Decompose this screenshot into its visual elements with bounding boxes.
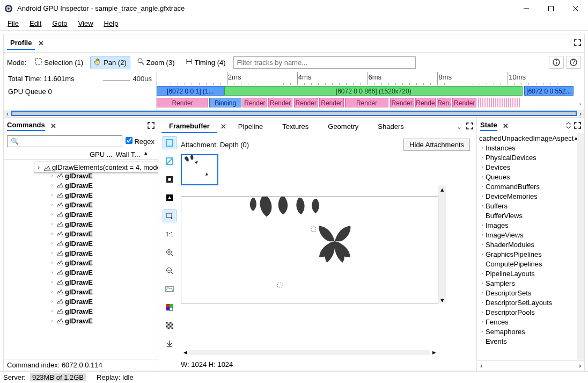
menu-edit[interactable]: Edit xyxy=(25,18,46,28)
scroll-right-icon[interactable]: › xyxy=(577,110,584,118)
state-item[interactable]: ›Devices xyxy=(477,162,577,172)
minimize-button[interactable] xyxy=(514,0,539,17)
timeline-ruler[interactable]: 2ms4ms6ms8ms10ms xyxy=(157,72,578,85)
state-item[interactable]: ›Samplers xyxy=(477,278,577,288)
scroll-left-icon[interactable]: ‹ xyxy=(4,110,11,118)
command-row[interactable]: ›glDrawE xyxy=(4,229,158,239)
timeline-block[interactable]: Render xyxy=(415,98,436,107)
state-item[interactable]: ›PipelineLayouts xyxy=(477,269,577,278)
state-title[interactable]: State xyxy=(480,121,497,131)
state-item[interactable]: ›DeviceMemories xyxy=(477,191,577,201)
scroll-right-icon[interactable]: › xyxy=(579,362,581,370)
state-item[interactable]: cachedUnpackedImageAspect▲ xyxy=(477,133,577,143)
filter-input[interactable] xyxy=(233,56,416,69)
timeline-block[interactable]: Render xyxy=(157,98,208,107)
state-item[interactable]: ›Buffers xyxy=(477,201,577,211)
state-vscroll[interactable] xyxy=(577,133,584,360)
tool-zoom-in[interactable] xyxy=(163,246,177,259)
tool-invert[interactable] xyxy=(163,191,177,204)
mode-timing[interactable]: Timing (4) xyxy=(182,56,229,68)
command-row[interactable]: ›glDrawE xyxy=(4,248,158,258)
timeline-block[interactable]: [6072 0 0 1] (1... xyxy=(157,86,224,96)
fb-vscroll[interactable]: ▴▾ xyxy=(438,185,446,303)
menu-goto[interactable]: Goto xyxy=(48,18,71,28)
state-item[interactable]: ›Fences xyxy=(477,317,577,327)
sort-icon[interactable] xyxy=(565,122,572,131)
tab-geometry[interactable]: Geometry xyxy=(320,120,366,133)
command-row[interactable]: ›glDrawE xyxy=(4,239,158,248)
timeline-block[interactable]: [6072 0 0 552... xyxy=(524,86,574,96)
regex-checkbox-input[interactable] xyxy=(126,137,133,144)
tool-depth-attachment[interactable] xyxy=(163,155,177,168)
menu-view[interactable]: View xyxy=(74,18,98,28)
timeline-block[interactable]: Render xyxy=(268,98,292,107)
chevron-right-icon[interactable]: › xyxy=(576,101,584,107)
close-icon[interactable]: ✕ xyxy=(220,122,226,131)
state-item[interactable]: ›Queues xyxy=(477,172,577,182)
timeline-block[interactable]: Render xyxy=(345,98,388,107)
commands-tree[interactable]: › glDrawElements(context = 4, mode = GL_… xyxy=(4,160,158,359)
command-row[interactable]: ›glDrawE xyxy=(4,287,158,297)
command-row[interactable]: ›glDrawE xyxy=(4,209,158,219)
mode-selection[interactable]: Selection (1) xyxy=(32,56,86,68)
maximize-button[interactable] xyxy=(539,0,563,17)
timeline-block[interactable]: Render xyxy=(294,98,318,107)
tool-save[interactable] xyxy=(163,337,177,350)
close-icon[interactable]: ✕ xyxy=(503,122,509,130)
close-icon[interactable]: ✕ xyxy=(38,39,44,47)
tool-channels[interactable] xyxy=(163,301,177,314)
state-item[interactable]: ›DescriptorPools xyxy=(477,307,577,317)
timeline-block[interactable]: Ren... xyxy=(437,98,451,107)
command-row[interactable]: ›glDrawE xyxy=(4,316,158,326)
state-item[interactable]: Events xyxy=(477,336,577,346)
hscroll-thumb[interactable] xyxy=(11,111,577,116)
tab-shaders[interactable]: Shaders xyxy=(370,120,411,133)
timeline-block[interactable]: Binning xyxy=(209,98,241,107)
tool-actual-size[interactable]: 1:1 xyxy=(163,228,177,241)
state-item[interactable]: ›ShaderModules xyxy=(477,240,577,249)
queue-bot-track[interactable]: RenderBinningRenderRenderRenderRenderRen… xyxy=(157,98,576,110)
state-item[interactable]: ›CommandBuffers xyxy=(477,182,577,191)
timeline-block[interactable]: [6072 0 0 866] (1520x720) xyxy=(224,86,523,96)
scroll-up-icon[interactable]: ▴ xyxy=(438,185,446,193)
scroll-left-icon[interactable]: ‹ xyxy=(480,362,482,370)
col-wall[interactable]: Wall T... xyxy=(116,150,141,158)
state-item[interactable]: ›DescriptorSetLayouts xyxy=(477,298,577,307)
expand-icon[interactable] xyxy=(466,122,473,131)
expand-icon[interactable] xyxy=(574,39,581,48)
queue-top-track[interactable]: [6072 0 0 1] (1...[6072 0 0 866] (1520x7… xyxy=(157,85,578,98)
state-item[interactable]: BufferViews xyxy=(477,211,577,220)
close-button[interactable] xyxy=(563,0,588,17)
tool-checker[interactable] xyxy=(163,319,177,332)
attachment-thumbnail[interactable] xyxy=(181,154,218,185)
tool-color-attachment[interactable] xyxy=(163,136,177,149)
mode-pan[interactable]: Pan (2) xyxy=(91,56,130,69)
command-row[interactable]: ›glDrawE xyxy=(4,200,158,209)
command-row[interactable]: ›glDrawE xyxy=(4,180,158,190)
command-row[interactable]: ›glDrawE xyxy=(4,306,158,316)
regex-checkbox[interactable]: Regex xyxy=(126,137,155,146)
commands-search-input[interactable]: 🔍 xyxy=(7,135,122,147)
expand-icon[interactable] xyxy=(574,122,581,131)
tab-textures[interactable]: Textures xyxy=(275,120,316,133)
command-row[interactable]: ›glDrawE xyxy=(4,190,158,200)
help-button[interactable]: ? xyxy=(566,56,581,69)
commands-title[interactable]: Commands xyxy=(7,121,45,131)
expand-icon[interactable] xyxy=(148,122,155,131)
menu-file[interactable]: File xyxy=(3,18,23,28)
menu-help[interactable]: Help xyxy=(100,18,123,28)
state-item[interactable]: ›PhysicalDevices xyxy=(477,153,577,162)
state-item[interactable]: ›Instances xyxy=(477,143,577,153)
timeline-block[interactable]: Render xyxy=(452,98,476,107)
tab-framebuffer[interactable]: Framebuffer xyxy=(161,120,217,133)
command-row[interactable]: ›glDrawE xyxy=(4,219,158,229)
tab-pipeline[interactable]: Pipeline xyxy=(231,120,270,133)
command-row[interactable]: ›glDrawE xyxy=(4,297,158,306)
info-button[interactable] xyxy=(549,56,564,69)
timeline-block[interactable]: Render xyxy=(242,98,267,107)
tool-histogram[interactable] xyxy=(163,283,177,295)
chevron-down-icon[interactable]: ⌄ xyxy=(457,123,462,131)
state-item[interactable]: ›ImageViews xyxy=(477,230,577,240)
scroll-right-icon[interactable]: ▸ xyxy=(430,348,438,356)
mode-zoom[interactable]: Zoom (3) xyxy=(134,56,178,68)
